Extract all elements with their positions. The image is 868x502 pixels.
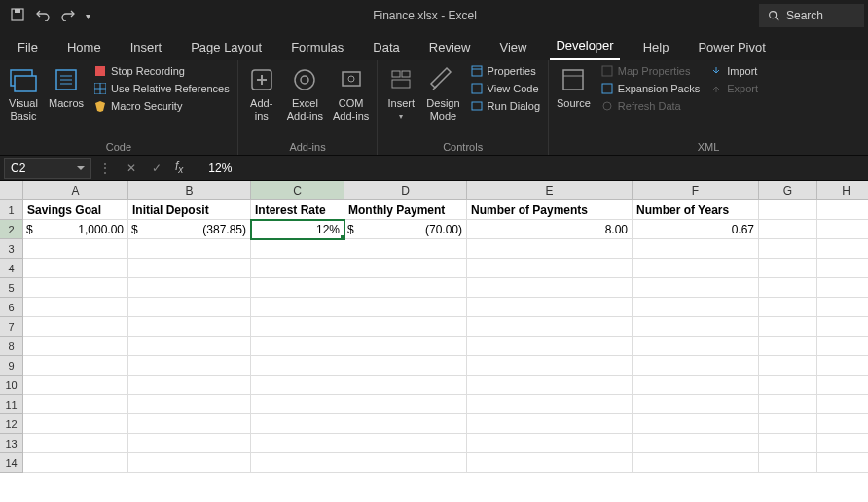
import-button[interactable]: Import <box>709 64 758 78</box>
row-header-1[interactable]: 1 <box>0 200 23 220</box>
cell-E10[interactable] <box>467 376 633 395</box>
tab-developer[interactable]: Developer <box>550 32 619 60</box>
cell-B10[interactable] <box>128 376 251 395</box>
cell-E6[interactable] <box>467 298 633 317</box>
cell-B7[interactable] <box>128 317 251 337</box>
stop-recording-button[interactable]: Stop Recording <box>93 64 230 78</box>
cell-C11[interactable] <box>251 395 344 414</box>
row-header-6[interactable]: 6 <box>0 298 23 317</box>
col-header-B[interactable]: B <box>128 181 251 200</box>
cell-B6[interactable] <box>128 298 251 317</box>
col-header-D[interactable]: D <box>344 181 467 200</box>
tab-formulas[interactable]: Formulas <box>285 34 349 60</box>
tab-help[interactable]: Help <box>637 34 675 60</box>
tab-insert[interactable]: Insert <box>125 34 168 60</box>
worksheet-grid[interactable]: ABCDEFGH 1234567891011121314 Savings Goa… <box>0 181 868 502</box>
cell-A2[interactable]: $1,000.00 <box>23 220 128 239</box>
cell-H1[interactable] <box>817 200 868 220</box>
cell-F11[interactable] <box>633 395 759 414</box>
cell-H11[interactable] <box>817 395 868 414</box>
cell-E5[interactable] <box>467 278 633 298</box>
visual-basic-button[interactable]: Visual Basic <box>8 64 39 122</box>
cell-G4[interactable] <box>759 259 817 278</box>
tab-page-layout[interactable]: Page Layout <box>185 34 268 60</box>
cell-G7[interactable] <box>759 317 817 337</box>
source-button[interactable]: Source <box>557 64 591 110</box>
enter-icon[interactable]: ✓ <box>144 161 169 175</box>
cell-A4[interactable] <box>23 259 128 278</box>
cell-B12[interactable] <box>128 414 251 434</box>
cell-A8[interactable] <box>23 337 128 356</box>
cell-G10[interactable] <box>759 376 817 395</box>
cell-C6[interactable] <box>251 298 344 317</box>
cell-A7[interactable] <box>23 317 128 337</box>
tab-data[interactable]: Data <box>367 34 405 60</box>
cell-H5[interactable] <box>817 278 868 298</box>
use-relative-button[interactable]: Use Relative References <box>93 82 230 95</box>
excel-addins-button[interactable]: Excel Add-ins <box>287 64 323 122</box>
cell-F14[interactable] <box>633 453 759 473</box>
cell-F13[interactable] <box>633 434 759 453</box>
cell-F2[interactable]: 0.67 <box>633 220 759 239</box>
row-header-4[interactable]: 4 <box>0 259 23 278</box>
cell-E14[interactable] <box>467 453 633 473</box>
col-header-C[interactable]: C <box>251 181 344 200</box>
cell-C1[interactable]: Interest Rate <box>251 200 344 220</box>
cell-C13[interactable] <box>251 434 344 453</box>
cell-E2[interactable]: 8.00 <box>467 220 633 239</box>
redo-icon[interactable] <box>60 8 76 24</box>
insert-button[interactable]: Insert▾ <box>385 64 416 121</box>
cell-D2[interactable]: $(70.00) <box>344 220 467 239</box>
cell-D9[interactable] <box>344 356 467 376</box>
cell-H4[interactable] <box>817 259 868 278</box>
addins-button[interactable]: Add- ins <box>246 64 277 122</box>
macro-security-button[interactable]: Macro Security <box>93 99 230 113</box>
cell-H2[interactable] <box>817 220 868 239</box>
cell-G2[interactable] <box>759 220 817 239</box>
col-header-F[interactable]: F <box>633 181 759 200</box>
row-header-14[interactable]: 14 <box>0 453 23 473</box>
tab-power-pivot[interactable]: Power Pivot <box>692 34 771 60</box>
cell-H3[interactable] <box>817 239 868 259</box>
cell-E4[interactable] <box>467 259 633 278</box>
cell-D10[interactable] <box>344 376 467 395</box>
cell-A13[interactable] <box>23 434 128 453</box>
cell-D13[interactable] <box>344 434 467 453</box>
cell-D1[interactable]: Monthly Payment <box>344 200 467 220</box>
cell-G6[interactable] <box>759 298 817 317</box>
row-header-5[interactable]: 5 <box>0 278 23 298</box>
cell-D5[interactable] <box>344 278 467 298</box>
tab-home[interactable]: Home <box>61 34 107 60</box>
cell-F12[interactable] <box>633 414 759 434</box>
col-header-E[interactable]: E <box>467 181 633 200</box>
view-code-button[interactable]: View Code <box>470 82 540 95</box>
col-header-A[interactable]: A <box>23 181 128 200</box>
cell-G14[interactable] <box>759 453 817 473</box>
col-header-G[interactable]: G <box>759 181 817 200</box>
cell-D12[interactable] <box>344 414 467 434</box>
cell-F8[interactable] <box>633 337 759 356</box>
cell-F4[interactable] <box>633 259 759 278</box>
cell-E3[interactable] <box>467 239 633 259</box>
cell-A1[interactable]: Savings Goal <box>23 200 128 220</box>
design-mode-button[interactable]: Design Mode <box>426 64 459 122</box>
cell-H8[interactable] <box>817 337 868 356</box>
cell-C7[interactable] <box>251 317 344 337</box>
cell-E8[interactable] <box>467 337 633 356</box>
cell-A12[interactable] <box>23 414 128 434</box>
cell-C9[interactable] <box>251 356 344 376</box>
cell-H6[interactable] <box>817 298 868 317</box>
cell-C12[interactable] <box>251 414 344 434</box>
cell-E11[interactable] <box>467 395 633 414</box>
row-header-10[interactable]: 10 <box>0 376 23 395</box>
cell-C2[interactable]: 12% <box>251 220 344 239</box>
cell-E13[interactable] <box>467 434 633 453</box>
cell-E1[interactable]: Number of Payments <box>467 200 633 220</box>
row-header-13[interactable]: 13 <box>0 434 23 453</box>
cell-F5[interactable] <box>633 278 759 298</box>
undo-icon[interactable] <box>35 8 51 24</box>
cell-A9[interactable] <box>23 356 128 376</box>
cell-D4[interactable] <box>344 259 467 278</box>
cell-D3[interactable] <box>344 239 467 259</box>
cell-F3[interactable] <box>633 239 759 259</box>
